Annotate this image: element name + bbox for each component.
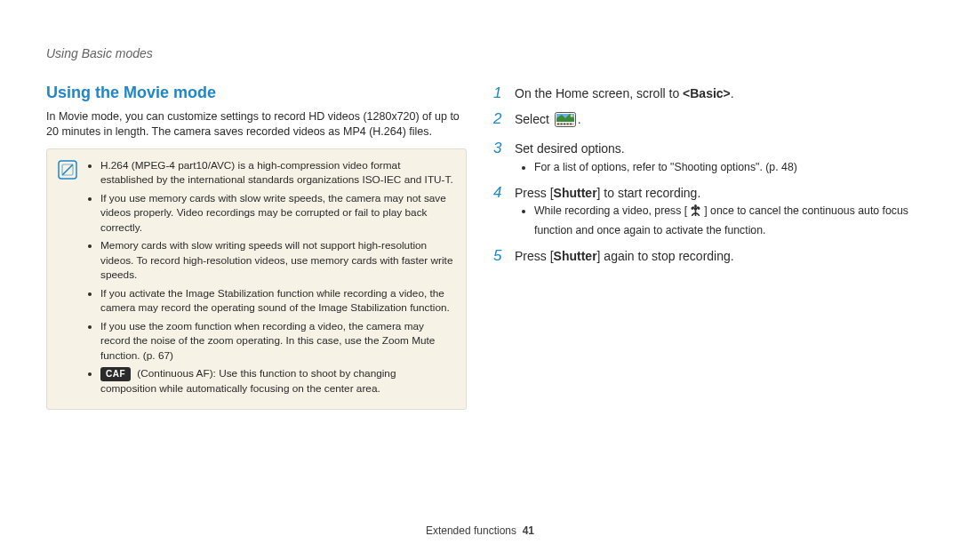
- step-number: 1: [493, 84, 506, 102]
- note-bullet: If you use the zoom function when record…: [100, 319, 453, 364]
- steps-list: 1 On the Home screen, scroll to <Basic>.…: [493, 84, 914, 265]
- svg-rect-10: [564, 123, 565, 124]
- breadcrumb: Using Basic modes: [46, 46, 914, 60]
- svg-rect-12: [570, 123, 572, 124]
- right-column: 1 On the Home screen, scroll to <Basic>.…: [493, 84, 914, 410]
- step-text: ] again to stop recording.: [597, 249, 734, 263]
- svg-line-1: [62, 164, 73, 175]
- note-bullet-list: H.264 (MPEG-4 part10/AVC) is a high-comp…: [86, 158, 453, 400]
- intro-paragraph: In Movie mode, you can customize setting…: [46, 109, 467, 140]
- step-number: 3: [493, 139, 506, 157]
- footer-label: Extended functions: [426, 524, 516, 537]
- caf-badge: CAF: [100, 367, 131, 381]
- step-text: ] to start recording.: [597, 186, 701, 200]
- svg-rect-9: [560, 123, 562, 124]
- step-bold: Shutter: [554, 249, 597, 263]
- step-sub-text: While recording a video, press [: [534, 204, 687, 217]
- step-body: Press [Shutter] to start recording. Whil…: [515, 183, 914, 240]
- step-body: On the Home screen, scroll to <Basic>.: [515, 84, 734, 102]
- step-bold: Shutter: [554, 186, 597, 200]
- movie-mode-icon: [555, 112, 576, 132]
- step-text: Set desired options.: [515, 141, 625, 156]
- step: 5 Press [Shutter] again to stop recordin…: [493, 246, 914, 265]
- step: 3 Set desired options. For a list of opt…: [493, 139, 914, 176]
- step: 4 Press [Shutter] to start recording. Wh…: [493, 183, 914, 240]
- caf-text: (Continuous AF): Use this function to sh…: [100, 367, 396, 395]
- svg-rect-8: [557, 123, 559, 124]
- svg-rect-11: [566, 123, 568, 124]
- step-text: Press [: [515, 249, 554, 263]
- svg-point-6: [570, 115, 572, 117]
- step-sub-list: While recording a video, press [: [515, 204, 914, 239]
- note-bullet: H.264 (MPEG-4 part10/AVC) is a high-comp…: [100, 158, 453, 188]
- note-box: H.264 (MPEG-4 part10/AVC) is a high-comp…: [46, 148, 467, 410]
- two-column-layout: Using the Movie mode In Movie mode, you …: [46, 84, 914, 410]
- footer-page-number: 41: [523, 524, 534, 537]
- note-slash-icon: [58, 158, 77, 400]
- step-body: Select: [515, 109, 581, 132]
- step-sub-item: While recording a video, press [: [534, 204, 914, 239]
- step-sub-item: For a list of options, refer to "Shootin…: [534, 160, 797, 176]
- section-title: Using the Movie mode: [46, 84, 467, 102]
- note-bullet: CAF (Continuous AF): Use this function t…: [100, 366, 453, 396]
- step-text: Select: [515, 112, 553, 126]
- step-number: 2: [493, 109, 506, 128]
- page-footer: Extended functions 41: [0, 524, 960, 537]
- note-bullet: If you activate the Image Stabilization …: [100, 286, 453, 316]
- step-body: Press [Shutter] again to stop recording.: [515, 246, 734, 265]
- step-number: 5: [493, 246, 506, 265]
- svg-point-14: [694, 204, 697, 208]
- step-text: .: [731, 86, 734, 100]
- step: 2 Select: [493, 109, 914, 132]
- step-body: Set desired options. For a list of optio…: [515, 139, 797, 176]
- step-text: On the Home screen, scroll to: [515, 86, 683, 100]
- note-bullet: Memory cards with slow writing speeds wi…: [100, 238, 453, 283]
- step-bold: <Basic>: [683, 86, 731, 100]
- step-number: 4: [493, 183, 506, 202]
- step-sub-list: For a list of options, refer to "Shootin…: [515, 160, 797, 176]
- step-text: .: [578, 112, 581, 126]
- flower-macro-icon: [689, 204, 702, 223]
- step-text: Press [: [515, 186, 554, 200]
- left-column: Using the Movie mode In Movie mode, you …: [46, 84, 467, 410]
- step: 1 On the Home screen, scroll to <Basic>.: [493, 84, 914, 102]
- note-bullet: If you use memory cards with slow write …: [100, 191, 453, 236]
- page: Using Basic modes Using the Movie mode I…: [0, 0, 960, 560]
